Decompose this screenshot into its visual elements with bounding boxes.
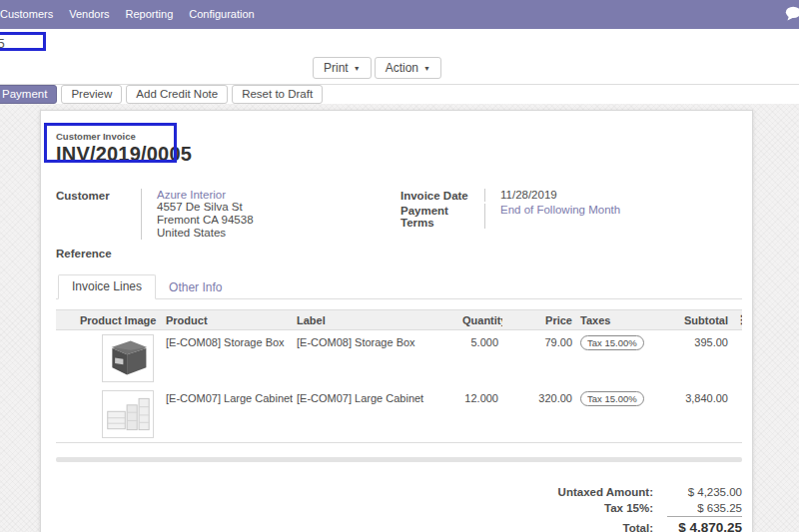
invoice-number: INV/2019/0005 <box>56 143 742 166</box>
total-value: $ 4,870.25 <box>667 516 742 532</box>
register-payment-button[interactable]: Register Payment <box>0 85 57 104</box>
cell-label: [E-COM08] Storage Box <box>293 330 458 387</box>
nav-item-customers[interactable]: Customers <box>0 0 61 29</box>
messages-icon[interactable] <box>784 5 799 23</box>
address-line: 4557 De Silva St <box>157 201 400 213</box>
add-credit-note-button[interactable]: Add Credit Note <box>126 85 228 104</box>
reference-label: Reference <box>56 247 141 260</box>
nav-item-vendors[interactable]: Vendors <box>61 0 117 29</box>
address-line: United States <box>157 227 400 239</box>
column-header-product-image[interactable]: Product Image <box>76 310 162 330</box>
cell-price: 320.00 <box>502 386 576 443</box>
tax-value: $ 635.25 <box>667 500 742 516</box>
address-line: Fremont CA 94538 <box>157 214 400 226</box>
column-header-label[interactable]: Label <box>293 310 458 330</box>
total-row: Total: $ 4,870.25 <box>517 516 742 532</box>
product-image-large-cabinet <box>102 390 154 438</box>
invoice-date-label: Invoice Date <box>400 189 484 202</box>
column-header-subtotal[interactable]: Subtotal <box>655 310 732 330</box>
invoice-sheet: Customer Invoice INV/2019/0005 Customer … <box>40 110 753 532</box>
cell-subtotal: 395.00 <box>655 330 732 387</box>
payment-terms-link[interactable]: End of Following Month <box>500 204 620 216</box>
column-header-price[interactable]: Price <box>502 310 576 330</box>
cell-quantity: 12.000 <box>458 386 502 443</box>
untaxed-amount-row: Untaxed Amount: $ 4,235.00 <box>517 484 742 500</box>
print-button-label: Print <box>324 61 349 75</box>
tax-row: Tax 15%: $ 635.25 <box>517 500 742 516</box>
control-panel-buttons: Print ▼ Action ▼ <box>313 57 441 79</box>
chevron-down-icon: ▼ <box>423 65 430 72</box>
tax-label: Tax 15%: <box>517 500 667 516</box>
form-background: Customer Invoice INV/2019/0005 Customer … <box>0 104 799 532</box>
breadcrumb-row: INV/2019/0005 Print ▼ Action ▼ <box>0 29 799 84</box>
tab-other-info[interactable]: Other Info <box>156 276 235 299</box>
invoice-date-field: Invoice Date 11/28/2019 <box>400 189 742 202</box>
untaxed-amount-label: Untaxed Amount: <box>517 484 667 500</box>
preview-button[interactable]: Preview <box>61 85 122 104</box>
handle-column-header <box>56 310 76 330</box>
customer-label: Customer <box>56 189 141 240</box>
breadcrumb[interactable]: INV/2019/0005 <box>0 36 5 51</box>
nav-item-configuration[interactable]: Configuration <box>181 0 262 29</box>
column-header-taxes[interactable]: Taxes <box>576 310 655 330</box>
cell-product: [E-COM08] Storage Box <box>162 330 293 387</box>
tax-tag: Tax 15.00% <box>580 391 644 406</box>
status-button-strip: Register Payment Preview Add Credit Note… <box>0 85 799 104</box>
customer-link[interactable]: Azure Interior <box>157 189 400 201</box>
action-button[interactable]: Action ▼ <box>375 57 441 79</box>
nav-item-reporting[interactable]: Reporting <box>118 0 182 29</box>
reset-to-draft-button[interactable]: Reset to Draft <box>232 85 323 104</box>
horizontal-scrollbar[interactable] <box>56 457 742 462</box>
invoice-type-label: Customer Invoice <box>56 131 742 142</box>
optional-columns-icon[interactable]: ⋮ <box>736 313 742 325</box>
table-header-row: Product Image Product Label Quantity Pri… <box>56 310 742 330</box>
table-row[interactable]: [E-COM08] Storage Box [E-COM08] Storage … <box>56 330 742 387</box>
invoice-lines-table: Product Image Product Label Quantity Pri… <box>56 309 742 443</box>
untaxed-amount-value: $ 4,235.00 <box>667 484 742 500</box>
print-button[interactable]: Print ▼ <box>313 57 372 79</box>
column-header-product[interactable]: Product <box>162 310 293 330</box>
invoice-fields: Customer Azure Interior 4557 De Silva St… <box>56 189 742 262</box>
chevron-down-icon: ▼ <box>354 65 361 72</box>
reference-value[interactable] <box>141 247 400 260</box>
notebook-tabs: Invoice Lines Other Info <box>56 274 742 299</box>
column-header-quantity[interactable]: Quantity <box>458 310 502 330</box>
customer-field: Customer Azure Interior 4557 De Silva St… <box>56 189 400 240</box>
product-image-storage-box <box>102 334 154 382</box>
payment-terms-label: Payment Terms <box>400 204 484 229</box>
drag-handle-cell <box>56 386 76 443</box>
table-row[interactable]: [E-COM07] Large Cabinet [E-COM07] Large … <box>56 386 742 443</box>
invoice-totals: Untaxed Amount: $ 4,235.00 Tax 15%: $ 63… <box>517 484 742 532</box>
cell-price: 79.00 <box>502 330 576 387</box>
drag-handle-cell <box>56 330 76 387</box>
cell-subtotal: 3,840.00 <box>655 386 732 443</box>
top-navbar: Customers Vendors Reporting Configuratio… <box>0 0 799 29</box>
cell-quantity: 5.000 <box>458 330 502 387</box>
payment-terms-field: Payment Terms End of Following Month <box>400 204 742 229</box>
tab-invoice-lines[interactable]: Invoice Lines <box>58 274 156 299</box>
reference-field: Reference <box>56 247 400 260</box>
action-button-label: Action <box>386 61 418 75</box>
customer-address: 4557 De Silva St Fremont CA 94538 United… <box>157 201 400 239</box>
invoice-form-page: Customers Vendors Reporting Configuratio… <box>0 0 799 532</box>
total-label: Total: <box>517 520 667 532</box>
cell-label: [E-COM07] Large Cabinet <box>293 386 458 443</box>
invoice-date-value: 11/28/2019 <box>484 189 742 202</box>
tax-tag: Tax 15.00% <box>580 335 644 350</box>
cell-product: [E-COM07] Large Cabinet <box>162 386 293 443</box>
